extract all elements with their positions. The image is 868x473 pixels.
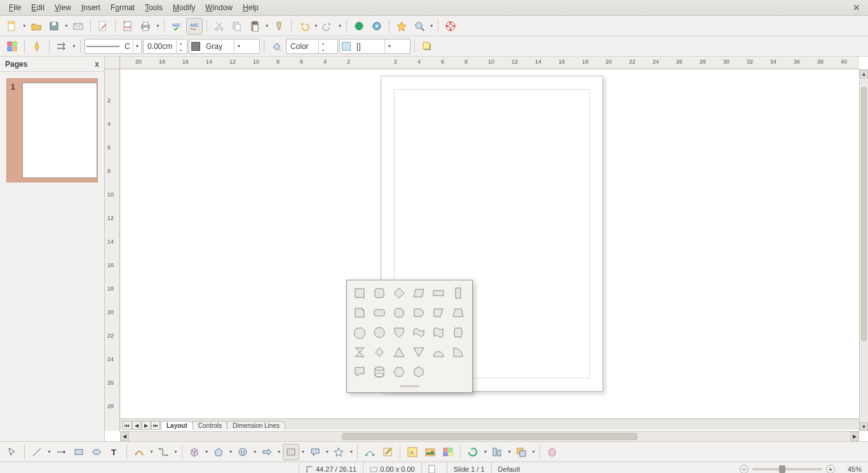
dropdown-arrow-icon[interactable]: ▼ [173,449,178,454]
popup-drag-handle[interactable] [350,383,469,389]
pages-close-button[interactable]: x [95,60,99,69]
shape-shield[interactable] [390,323,409,342]
line-tool[interactable] [29,444,45,460]
print-button[interactable] [137,18,154,34]
align-tool[interactable] [489,444,505,460]
area-style-combo[interactable]: Color ▴▾ [286,39,338,54]
area-fill-combo[interactable]: [] ▾ [339,39,410,54]
symbol-shapes-tool[interactable] [234,444,251,460]
dropdown-arrow-icon[interactable]: ▼ [64,24,69,28]
shape-cylinder-side[interactable] [449,323,468,342]
shape-pentagon[interactable] [409,303,428,322]
vertical-ruler[interactable]: 246810121416182022242628 [105,69,120,431]
dropdown-arrow-icon[interactable]: ▼ [338,24,342,28]
window-close-button[interactable]: ✕ [849,3,864,13]
shape-rounded-square2[interactable] [390,303,409,322]
vertical-scrollbar[interactable]: ▲ ▼ [859,69,868,431]
gallery-tool[interactable] [440,444,456,460]
navigator-button[interactable] [369,18,385,34]
dropdown-arrow-icon[interactable]: ▼ [22,24,27,28]
shape-speech-bubble[interactable] [350,362,369,381]
dropdown-arrow-icon[interactable]: ▼ [253,449,257,454]
from-file-tool[interactable] [422,444,438,460]
page-thumbnail[interactable]: 1 [6,78,98,182]
zoom-button[interactable] [411,18,428,34]
shape-hexagon2[interactable] [409,362,428,381]
menu-tools[interactable]: Tools [140,1,168,14]
dropdown-arrow-icon[interactable]: ▼ [229,449,233,454]
dropdown-arrow-icon[interactable]: ▼ [72,44,76,48]
tab-dimension-lines[interactable]: Dimension Lines [227,421,285,430]
shape-flag[interactable] [429,323,448,342]
status-style[interactable]: Default [491,462,733,473]
dropdown-arrow-icon[interactable]: ▼ [314,24,318,28]
shape-circle[interactable] [370,323,389,342]
callouts-tool[interactable] [307,444,323,460]
shape-octagon[interactable] [350,323,369,342]
hyperlink-button[interactable] [351,18,367,34]
select-tool[interactable] [4,444,20,460]
styles-button[interactable] [4,38,20,55]
text-tool[interactable]: T [106,444,123,460]
new-doc-button[interactable] [4,18,20,34]
menu-modify[interactable]: Modify [168,1,200,14]
line-width-field[interactable]: 0.00cm ▴▾ [143,39,187,54]
paste-button[interactable] [247,18,263,34]
shape-hourglass[interactable] [350,343,369,362]
shape-folded-corner[interactable] [350,303,369,322]
line-style-combo[interactable]: C ▾ [85,39,142,54]
flowchart-tool[interactable] [283,444,299,460]
shape-diamond-small[interactable] [370,343,389,362]
shape-parallelogram[interactable] [409,284,428,303]
canvas-viewport[interactable] [120,69,859,418]
line-color-combo[interactable]: Gray ▾ [189,39,260,54]
fountain-pen-icon[interactable] [29,38,45,55]
spellcheck-button[interactable]: ABC [168,18,185,34]
shape-wave-rect[interactable] [409,323,428,342]
arrow-line-tool[interactable] [53,444,69,460]
dropdown-arrow-icon[interactable]: ▼ [301,449,306,454]
arrow-style-button[interactable] [53,38,70,55]
pages-list[interactable]: 1 [0,72,104,441]
copy-button[interactable] [229,18,245,34]
zoom-out-button[interactable]: − [740,465,749,474]
rectangle-tool[interactable] [71,444,87,460]
shape-hexagon[interactable] [390,362,409,381]
stars-tool[interactable] [330,444,347,460]
shape-square[interactable] [350,284,369,303]
menu-insert[interactable]: Insert [76,1,105,14]
shape-right-trapezoid[interactable] [429,303,448,322]
tab-first-button[interactable]: ⏮ [123,421,132,430]
shape-horizontal-rect[interactable] [429,284,448,303]
dropdown-arrow-icon[interactable]: ▼ [156,24,160,28]
block-arrows-tool[interactable] [259,444,275,460]
format-paintbrush-button[interactable] [271,18,287,34]
edit-points-tool[interactable] [362,444,378,460]
shape-triangle-up[interactable] [390,343,409,362]
menu-help[interactable]: Help [238,1,264,14]
export-pdf-button[interactable]: PDF [119,18,136,34]
dropdown-arrow-icon[interactable]: ▼ [325,449,330,454]
dropdown-arrow-icon[interactable]: ▼ [531,449,536,454]
shape-trapezoid[interactable] [449,303,468,322]
shape-quarter-circle[interactable] [449,343,468,362]
cut-button[interactable] [211,18,227,34]
fontwork-tool[interactable]: A [404,444,421,460]
help-button[interactable] [442,18,459,34]
extrusion-tool[interactable] [544,444,560,460]
connector-tool[interactable] [155,444,172,460]
menu-file[interactable]: File [4,1,26,14]
rotate-tool[interactable] [465,444,481,460]
shape-diamond[interactable] [390,284,409,303]
shadow-button[interactable] [419,38,435,55]
zoom-value[interactable]: 45% [848,465,862,473]
menu-format[interactable]: Format [105,1,140,14]
tab-prev-button[interactable]: ◀ [132,421,141,430]
undo-button[interactable] [295,18,312,34]
auto-spellcheck-button[interactable]: ABC [186,18,203,34]
curve-tool[interactable] [131,444,147,460]
email-button[interactable] [70,18,86,34]
ellipse-tool[interactable] [88,444,105,460]
shape-half-circle[interactable] [429,343,448,362]
horizontal-ruler[interactable]: 2018161412108642246810121416182022242628… [120,57,859,69]
